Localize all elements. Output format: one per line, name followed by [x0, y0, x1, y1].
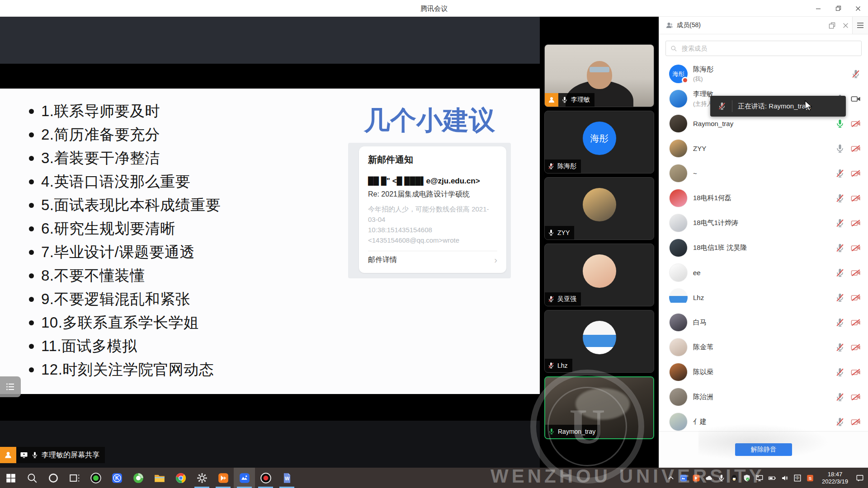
- camera-status-icon[interactable]: [851, 218, 861, 228]
- action-center-button[interactable]: [854, 468, 866, 488]
- mic-status-icon[interactable]: [835, 119, 845, 129]
- taskbar-wps-writer[interactable]: W: [276, 468, 297, 488]
- member-avatar: [669, 214, 688, 232]
- tray-monitor-icon[interactable]: [753, 468, 766, 488]
- email-screenshot-background: 新邮件通知 ██ █" <█ ███▌e@zju.edu.cn> Re: 202…: [348, 143, 511, 278]
- member-row[interactable]: ZYY: [659, 136, 868, 161]
- mic-status-icon[interactable]: [835, 343, 845, 352]
- member-search-input[interactable]: [681, 44, 857, 52]
- slide-right-column: 几个小建议 新邮件通知 ██ █" <█ ███▌e@zju.edu.cn> R…: [348, 102, 511, 278]
- member-names: 18电科1何磊: [693, 194, 731, 202]
- camera-status-icon[interactable]: [851, 318, 861, 328]
- camera-status-icon[interactable]: [851, 343, 861, 352]
- taskbar-wps-k[interactable]: K: [106, 468, 127, 488]
- tray-qq-icon[interactable]: [728, 468, 741, 488]
- tray-tencent-meeting-mini-icon[interactable]: [677, 468, 690, 488]
- camera-status-icon[interactable]: [851, 243, 861, 253]
- mic-status-icon[interactable]: [835, 218, 845, 228]
- taskbar-settings-gear[interactable]: [191, 468, 212, 488]
- camera-status-icon[interactable]: [851, 193, 861, 203]
- tray-html-s-icon[interactable]: S: [804, 468, 816, 488]
- mic-status-icon[interactable]: [835, 293, 845, 303]
- taskbar-task-view[interactable]: [64, 468, 85, 488]
- tray-onedrive-cloud-icon[interactable]: [703, 468, 715, 488]
- member-row[interactable]: 18电信1班 沈昊隆: [659, 235, 868, 260]
- member-row[interactable]: 18电科1何磊: [659, 186, 868, 211]
- unmute-button[interactable]: 解除静音: [735, 443, 792, 456]
- svg-text:W: W: [284, 476, 289, 481]
- popout-panel-button[interactable]: [825, 17, 839, 34]
- video-tile-ZYY[interactable]: ZYY: [544, 177, 654, 240]
- mic-status-icon[interactable]: [835, 417, 845, 427]
- close-button[interactable]: [848, 0, 868, 17]
- camera-status-icon[interactable]: [851, 119, 861, 129]
- member-list: 海彤 陈海彤 (我) 李理敏 (主持人) Raymon_tray: [659, 61, 868, 431]
- microphone-icon: [31, 451, 38, 459]
- video-tile-吴亚强[interactable]: 吴亚强: [544, 244, 654, 306]
- camera-status-icon[interactable]: [851, 169, 861, 178]
- tray-speaker-icon[interactable]: [778, 468, 791, 488]
- mic-status-icon[interactable]: [835, 392, 845, 402]
- members-panel-header: 成员(58): [659, 17, 868, 34]
- taskbar-caj-viewer[interactable]: [212, 468, 234, 488]
- taskbar-app-360-safe[interactable]: [85, 468, 106, 488]
- slide-bullet-item: 5.面试表现比本科成绩重要: [29, 193, 221, 217]
- taskbar-chrome[interactable]: [170, 468, 191, 488]
- restore-button[interactable]: [828, 0, 848, 17]
- member-name: ZYY: [693, 145, 706, 152]
- tray-defender-shield-icon[interactable]: [741, 468, 753, 488]
- camera-status-icon[interactable]: [851, 392, 861, 402]
- mic-status-icon[interactable]: [835, 169, 845, 178]
- video-tile-Lhz[interactable]: Lhz: [544, 310, 654, 373]
- member-row[interactable]: 陈金苇: [659, 335, 868, 360]
- mic-status-icon[interactable]: [835, 268, 845, 278]
- taskbar-cortana[interactable]: [42, 468, 64, 488]
- tray-chevron-up-icon[interactable]: [665, 468, 677, 488]
- taskbar-clock[interactable]: 18:47 2022/3/19: [816, 471, 854, 485]
- member-row[interactable]: 陈治洲: [659, 385, 868, 409]
- camera-status-icon[interactable]: [851, 293, 861, 303]
- tray-input-method-icon[interactable]: 中: [791, 468, 804, 488]
- camera-status-icon[interactable]: [851, 268, 861, 278]
- video-tile-陈海彤[interactable]: 海彤 陈海彤: [544, 111, 654, 174]
- bullet-text: 2.简历准备要充分: [41, 125, 160, 145]
- mic-status-icon[interactable]: [835, 193, 845, 203]
- member-row[interactable]: 亻建: [659, 409, 868, 431]
- action-center-icon: [856, 474, 864, 482]
- member-names: Raymon_tray: [693, 120, 733, 127]
- taskbar-tencent-meeting[interactable]: [234, 468, 255, 488]
- taskbar-windows-start[interactable]: [0, 468, 21, 488]
- taskbar-browser-360[interactable]: [127, 468, 149, 488]
- member-search-box[interactable]: [665, 41, 862, 56]
- tray-battery-icon[interactable]: [766, 468, 778, 488]
- camera-status-icon[interactable]: [851, 417, 861, 427]
- tray-microphone-icon[interactable]: [715, 468, 728, 488]
- mic-status-icon[interactable]: [835, 243, 845, 253]
- member-row[interactable]: 陈以燊: [659, 360, 868, 385]
- slideshow-menu-button[interactable]: [0, 376, 21, 397]
- tray-screen-rec-mini-icon[interactable]: [690, 468, 703, 488]
- member-row[interactable]: ~: [659, 161, 868, 186]
- member-row[interactable]: 18电气1计烨涛: [659, 211, 868, 235]
- mic-status-icon[interactable]: [835, 318, 845, 328]
- panel-menu-button[interactable]: [852, 17, 868, 34]
- minimize-button[interactable]: [808, 0, 828, 17]
- taskbar-search[interactable]: [21, 468, 42, 488]
- camera-status-icon[interactable]: [851, 367, 861, 377]
- member-row[interactable]: 海彤 陈海彤 (我): [659, 61, 868, 86]
- close-panel-button[interactable]: [839, 17, 852, 34]
- member-avatar: [669, 239, 688, 257]
- camera-status-icon[interactable]: [851, 144, 861, 154]
- member-row[interactable]: Lhz: [659, 285, 868, 310]
- avatar: [583, 321, 616, 354]
- mic-status-icon[interactable]: [835, 367, 845, 377]
- video-tile-李理敏[interactable]: 李理敏: [544, 44, 654, 107]
- camera-status-icon[interactable]: [851, 94, 861, 104]
- member-row[interactable]: ee: [659, 260, 868, 285]
- mic-status-icon[interactable]: [851, 69, 861, 79]
- member-row[interactable]: 白马: [659, 310, 868, 335]
- taskbar-file-explorer[interactable]: [149, 468, 170, 488]
- mic-status-icon[interactable]: [835, 144, 845, 154]
- taskbar-screen-recorder[interactable]: [255, 468, 276, 488]
- video-tile-Raymon_tray[interactable]: Raymon_tray: [544, 376, 654, 439]
